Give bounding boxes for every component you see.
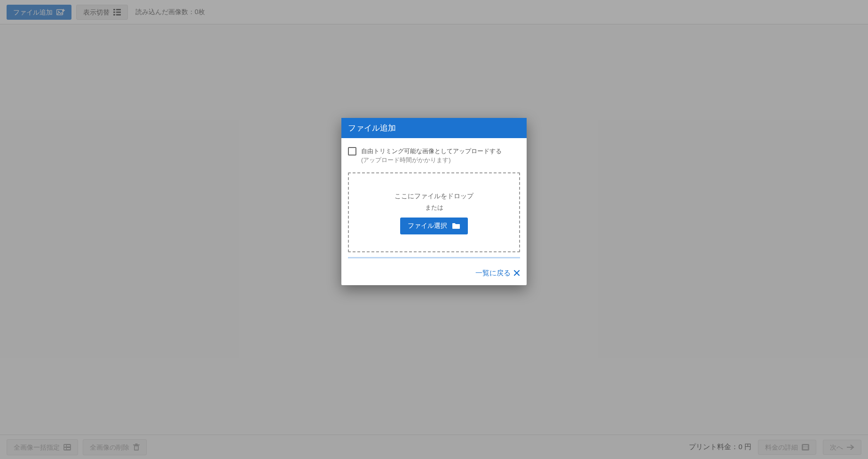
free-trimming-text: 自由トリミング可能な画像としてアップロードする (アップロード時間がかかります) xyxy=(361,147,502,165)
modal-overlay[interactable]: ファイル追加 自由トリミング可能な画像としてアップロードする (アップロード時間… xyxy=(0,0,868,459)
back-to-list-label: 一覧に戻る xyxy=(475,269,511,278)
free-trimming-line2: (アップロード時間がかかります) xyxy=(361,156,502,165)
folder-icon xyxy=(452,223,460,229)
upload-progress-bar xyxy=(348,257,520,258)
free-trimming-line1: 自由トリミング可能な画像としてアップロードする xyxy=(361,147,502,156)
checkbox-unchecked-icon[interactable] xyxy=(348,147,356,156)
free-trimming-option[interactable]: 自由トリミング可能な画像としてアップロードする (アップロード時間がかかります) xyxy=(348,147,520,165)
file-select-button[interactable]: ファイル選択 xyxy=(400,218,468,234)
back-to-list-link[interactable]: 一覧に戻る xyxy=(475,269,520,278)
drop-label: ここにファイルをドロップ xyxy=(354,192,514,201)
file-select-label: ファイル選択 xyxy=(408,222,447,230)
modal-footer: 一覧に戻る xyxy=(341,262,527,285)
close-icon xyxy=(513,270,520,276)
modal-body: 自由トリミング可能な画像としてアップロードする (アップロード時間がかかります)… xyxy=(341,138,527,262)
modal-title: ファイル追加 xyxy=(341,118,527,138)
add-file-modal: ファイル追加 自由トリミング可能な画像としてアップロードする (アップロード時間… xyxy=(341,118,527,285)
file-drop-zone[interactable]: ここにファイルをドロップ または ファイル選択 xyxy=(348,172,520,252)
or-label: または xyxy=(354,203,514,212)
